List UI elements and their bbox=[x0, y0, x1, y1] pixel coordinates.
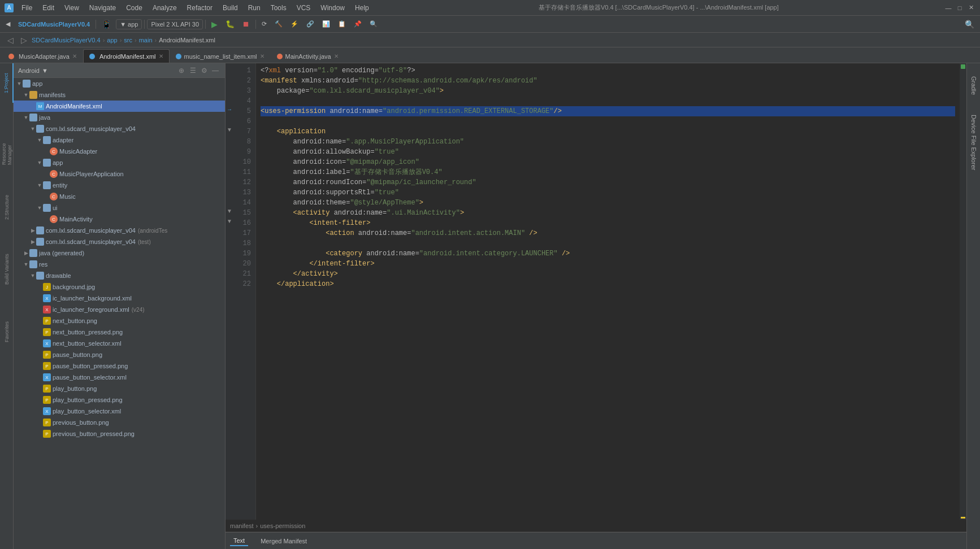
minimize-button[interactable]: — bbox=[944, 3, 953, 12]
rebuild-button[interactable]: 🔨 bbox=[271, 19, 286, 29]
manifest-icon: M bbox=[36, 102, 44, 110]
tree-item-music[interactable]: C Music bbox=[14, 191, 225, 202]
menu-code[interactable]: Code bbox=[122, 3, 147, 13]
tab-close-musicadapter[interactable]: ✕ bbox=[72, 53, 77, 59]
menu-tools[interactable]: Tools bbox=[266, 3, 291, 13]
toolbar-app-dropdown[interactable]: ▼ app bbox=[116, 19, 142, 29]
tree-item-pause-btn-sel[interactable]: X pause_button_selector.xml bbox=[14, 372, 225, 383]
toolbar-btn-7[interactable]: 📊 bbox=[319, 19, 333, 29]
toolbar-btn-8[interactable]: 📋 bbox=[335, 19, 349, 29]
toolbar-app-icon[interactable]: 📱 bbox=[98, 19, 115, 30]
tree-item-next-btn-pressed[interactable]: P next_button_pressed.png bbox=[14, 326, 225, 338]
tab-androidmanifest[interactable]: AndroidManifest.xml ✕ bbox=[83, 49, 170, 63]
menu-help[interactable]: Help bbox=[350, 3, 374, 13]
breadcrumb-src[interactable]: src bbox=[124, 37, 132, 43]
tree-item-play-btn[interactable]: P play_button.png bbox=[14, 383, 225, 394]
fold-marker-5[interactable]: → bbox=[226, 104, 233, 114]
menu-edit[interactable]: Edit bbox=[38, 3, 59, 13]
tree-item-java[interactable]: ▼ java bbox=[14, 112, 225, 123]
menu-navigate[interactable]: Navigate bbox=[85, 3, 120, 13]
tree-item-play-btn-sel[interactable]: X play_button_selector.xml bbox=[14, 406, 225, 417]
menu-file[interactable]: File bbox=[17, 3, 37, 13]
toolbar-btn-9[interactable]: 📌 bbox=[350, 19, 365, 29]
tree-item-pause-btn[interactable]: P pause_button.png bbox=[14, 349, 225, 360]
panel-project[interactable]: 1:Project bbox=[0, 63, 14, 103]
stop-button[interactable]: ⏹ bbox=[239, 19, 253, 29]
tree-item-pkg-test[interactable]: ▶ com.lxl.sdcard_musicplayer_v04 (test) bbox=[14, 236, 225, 247]
tab-close-mainactivity[interactable]: ✕ bbox=[334, 53, 339, 59]
run-button[interactable]: ▶ bbox=[208, 19, 221, 30]
tree-item-bg-jpg[interactable]: J background.jpg bbox=[14, 281, 225, 293]
tree-item-ui[interactable]: ▼ ui bbox=[14, 202, 225, 213]
android-dropdown-icon[interactable]: ▼ bbox=[42, 67, 48, 74]
toolbar-device-dropdown[interactable]: Pixel 2 XL API 30 bbox=[147, 19, 203, 29]
tree-action-settings[interactable]: ⚙ bbox=[199, 66, 209, 76]
menu-refactor[interactable]: Refactor bbox=[183, 3, 217, 13]
tab-close-androidmanifest[interactable]: ✕ bbox=[159, 53, 163, 59]
tree-item-musicadapter[interactable]: C MusicAdapter bbox=[14, 146, 225, 157]
tree-item-pkg-androidtest[interactable]: ▶ com.lxl.sdcard_musicplayer_v04 (androi… bbox=[14, 225, 225, 236]
tab-merged-manifest[interactable]: Merged Manifest bbox=[257, 537, 310, 546]
panel-resource-manager[interactable]: Resource Manager bbox=[0, 125, 14, 165]
breadcrumb-project[interactable]: SDCardMusicPlayerV0.4 bbox=[32, 37, 101, 43]
tree-item-pkg-main[interactable]: ▼ com.lxl.sdcard_musicplayer_v04 bbox=[14, 123, 225, 134]
tab-musicnamelist[interactable]: music_name_list_item.xml ✕ bbox=[170, 49, 271, 63]
menu-analyze[interactable]: Analyze bbox=[148, 3, 181, 13]
panel-gradle[interactable]: Gradle bbox=[967, 63, 981, 108]
debug-button[interactable]: 🐛 bbox=[222, 19, 238, 29]
tree-item-prev-btn-pressed[interactable]: P previous_button_pressed.png bbox=[14, 428, 225, 439]
tree-item-java-generated[interactable]: ▶ java (generated) bbox=[14, 247, 225, 259]
tree-item-adapter[interactable]: ▼ adapter bbox=[14, 134, 225, 146]
menu-build[interactable]: Build bbox=[218, 3, 242, 13]
tree-item-manifests[interactable]: ▼ manifests bbox=[14, 89, 225, 101]
close-button[interactable]: ✕ bbox=[966, 3, 975, 12]
tree-item-res[interactable]: ▼ res bbox=[14, 259, 225, 270]
tree-item-pause-btn-pressed[interactable]: P pause_button_pressed.png bbox=[14, 360, 225, 372]
tree-item-prev-btn[interactable]: P previous_button.png bbox=[14, 417, 225, 428]
toolbar-btn-6[interactable]: 🔗 bbox=[303, 19, 318, 29]
tree-item-androidmanifest[interactable]: M AndroidManifest.xml bbox=[14, 101, 225, 112]
panel-device-file-explorer[interactable]: Device File Explorer bbox=[967, 108, 981, 176]
tab-text[interactable]: Text bbox=[230, 536, 248, 546]
toolbar-back-nav[interactable]: ◀ bbox=[2, 19, 14, 29]
tree-item-app-folder[interactable]: ▼ app bbox=[14, 157, 225, 168]
tree-item-ic-launcher-fg[interactable]: X ic_launcher_foreground.xml (v24) bbox=[14, 304, 225, 315]
menu-view[interactable]: View bbox=[60, 3, 84, 13]
breadcrumb-manifest-node[interactable]: manifest bbox=[230, 522, 254, 529]
tree-item-mainactivity[interactable]: C MainActivity bbox=[14, 213, 225, 225]
panel-favorites[interactable]: Favorites bbox=[0, 312, 14, 351]
code-editor[interactable]: <?xml version="1.0" encoding="utf-8"?> <… bbox=[256, 63, 960, 520]
panel-structure[interactable]: 2:Structure bbox=[0, 188, 14, 227]
nav-forward-button[interactable]: ▷ bbox=[18, 34, 29, 46]
toolbar-btn-10[interactable]: 🔍 bbox=[366, 19, 381, 29]
panel-build-variants[interactable]: Build Variants bbox=[0, 250, 14, 289]
nav-back-button[interactable]: ◁ bbox=[5, 34, 16, 46]
tree-action-close[interactable]: — bbox=[210, 66, 220, 76]
sync-button[interactable]: ⟳ bbox=[258, 19, 270, 29]
tree-item-ic-launcher-bg[interactable]: X ic_launcher_background.xml bbox=[14, 293, 225, 304]
tree-item-next-btn-sel[interactable]: X next_button_selector.xml bbox=[14, 338, 225, 349]
tree-item-entity[interactable]: ▼ entity bbox=[14, 180, 225, 191]
fold-marker-7[interactable]: ▼ bbox=[226, 124, 233, 134]
maximize-button[interactable]: □ bbox=[955, 3, 964, 12]
tab-close-musicnamelist[interactable]: ✕ bbox=[260, 53, 264, 59]
breadcrumb-uses-permission-node[interactable]: uses-permission bbox=[260, 522, 305, 529]
fold-marker-15[interactable]: ▼ bbox=[226, 206, 233, 216]
menu-vcs[interactable]: VCS bbox=[292, 3, 315, 13]
tab-musicadapter[interactable]: MusicAdapter.java ✕ bbox=[2, 49, 83, 63]
search-everywhere-button[interactable]: 🔍 bbox=[961, 19, 978, 30]
menu-window[interactable]: Window bbox=[316, 3, 349, 13]
tree-item-play-btn-pressed[interactable]: P play_button_pressed.png bbox=[14, 394, 225, 406]
tree-action-sync[interactable]: ⊕ bbox=[176, 66, 187, 76]
tab-mainactivity[interactable]: MainActivity.java ✕ bbox=[271, 49, 345, 63]
breadcrumb-main[interactable]: main bbox=[139, 37, 153, 43]
breadcrumb-app[interactable]: app bbox=[107, 37, 117, 43]
tree-item-app[interactable]: ▼ app bbox=[14, 78, 225, 89]
tree-action-filter[interactable]: ☰ bbox=[188, 66, 198, 76]
toolbar-btn-5[interactable]: ⚡ bbox=[287, 19, 302, 29]
menu-run[interactable]: Run bbox=[244, 3, 265, 13]
tree-item-musicplayerapp[interactable]: C MusicPlayerApplication bbox=[14, 168, 225, 180]
fold-marker-16[interactable]: ▼ bbox=[226, 216, 233, 226]
tree-item-next-btn[interactable]: P next_button.png bbox=[14, 315, 225, 326]
tree-item-drawable[interactable]: ▼ drawable bbox=[14, 270, 225, 281]
